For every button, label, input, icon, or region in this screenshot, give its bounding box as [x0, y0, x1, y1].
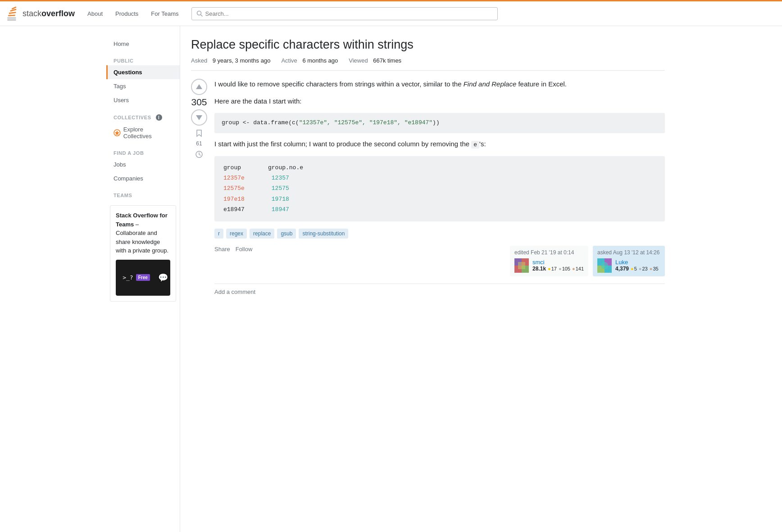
search-icon	[196, 10, 203, 17]
bookmark-button[interactable]	[195, 129, 203, 139]
question-meta: Asked 9 years, 3 months ago Active 6 mon…	[191, 57, 665, 71]
table-code-block: group group.no.e 12357e 12357 12575e 125…	[214, 156, 665, 221]
table-row-4: e18947 18947	[223, 204, 656, 215]
active-meta: Active 6 months ago	[281, 57, 338, 64]
nav-about[interactable]: About	[82, 7, 108, 21]
tags-row: r regex replace gsub string-substitution	[214, 229, 665, 239]
sidebar-label-collectives: COLLECTIVES i	[106, 107, 180, 122]
sidebar: Home PUBLIC Questions Tags Users COLLECT…	[106, 26, 180, 532]
editor-info: smci 28.1k 17 105 141	[532, 259, 584, 272]
tag-regex[interactable]: regex	[226, 229, 247, 239]
teams-promo-image: >_? Free 💬	[116, 260, 170, 296]
asker-rep: 4,379	[615, 266, 629, 272]
teams-promo-box: Stack Overflow for Teams – Collaborate a…	[110, 205, 176, 302]
asker-card-inner: Luke 4,379 5 23 35	[597, 258, 660, 273]
free-badge: Free	[136, 274, 150, 281]
tag-replace[interactable]: replace	[250, 229, 274, 239]
follow-link[interactable]: Follow	[236, 246, 253, 252]
asker-name[interactable]: Luke	[615, 259, 659, 266]
editor-name[interactable]: smci	[532, 259, 584, 266]
table-r3-c1: 197e18	[223, 194, 245, 204]
editor-badge-silver: 105	[559, 266, 570, 271]
vote-down-button[interactable]	[191, 109, 207, 126]
logo[interactable]: stackoverflow	[5, 5, 75, 22]
action-links: Share Follow	[214, 246, 252, 252]
sidebar-item-home[interactable]: Home	[106, 37, 180, 51]
editor-card-inner: smci 28.1k 17 105 141	[514, 258, 584, 273]
asker-info: Luke 4,379 5 23 35	[615, 259, 659, 272]
logo-text: stackoverflow	[23, 9, 75, 18]
history-button[interactable]	[195, 150, 203, 160]
collectives-info-icon: i	[156, 114, 162, 121]
vote-up-button[interactable]	[191, 79, 207, 95]
editor-badge-gold: 17	[548, 266, 557, 271]
asked-label: Asked	[191, 57, 207, 64]
active-label: Active	[281, 57, 297, 64]
table-row-3: 197e18 19718	[223, 194, 656, 204]
asked-meta: Asked 9 years, 3 months ago	[191, 57, 270, 64]
sidebar-item-questions[interactable]: Questions	[106, 65, 180, 79]
nav-products[interactable]: Products	[110, 7, 144, 21]
sidebar-label-teams: TEAMS	[106, 185, 180, 200]
sidebar-item-users[interactable]: Users	[106, 93, 180, 107]
add-comment[interactable]: Add a comment	[214, 284, 665, 295]
viewed-value: 667k times	[373, 57, 401, 64]
col1-header: group	[223, 162, 241, 173]
table-r2-c2: 12575	[272, 183, 289, 194]
asker-label: asked Aug 13 '12 at 14:26	[597, 249, 660, 256]
svg-rect-3	[9, 12, 16, 14]
terminal-box: >_? Free	[118, 271, 155, 284]
share-link[interactable]: Share	[214, 246, 230, 252]
question-body-p1: I would like to remove specific characte…	[214, 79, 665, 90]
code-line-start: group <- data.frame(c(	[222, 119, 299, 126]
sidebar-item-jobs[interactable]: Jobs	[106, 158, 180, 171]
asker-badge-silver: 23	[639, 266, 648, 271]
asker-card: asked Aug 13 '12 at 14:26	[593, 246, 665, 276]
asker-badge-bronze: 35	[650, 266, 659, 271]
sidebar-item-tags[interactable]: Tags	[106, 79, 180, 93]
svg-rect-1	[7, 19, 16, 21]
search-input[interactable]	[205, 10, 493, 17]
editor-card: edited Feb 21 '19 at 0:14	[510, 246, 588, 276]
svg-rect-0	[7, 17, 16, 18]
tag-r[interactable]: r	[214, 229, 223, 239]
code-strings: "12357e", "12575e", "197e18", "e18947"	[299, 119, 432, 126]
sidebar-item-companies[interactable]: Companies	[106, 171, 180, 185]
collectives-star-icon	[114, 129, 121, 136]
sidebar-label-public: PUBLIC	[106, 51, 180, 65]
editor-rep: 28.1k	[532, 266, 546, 272]
terminal-text: >_?	[123, 274, 133, 281]
sidebar-item-explore-collectives[interactable]: Explore Collectives	[106, 122, 180, 143]
svg-line-7	[200, 15, 202, 17]
sidebar-label-find-a-job: FIND A JOB	[106, 143, 180, 158]
viewed-meta: Viewed 667k times	[349, 57, 401, 64]
user-cards: edited Feb 21 '19 at 0:14	[510, 246, 665, 276]
asker-badge-gold: 5	[631, 266, 637, 271]
svg-rect-2	[8, 14, 15, 16]
asker-avatar	[597, 258, 612, 273]
main-nav: About Products For Teams	[82, 7, 184, 21]
tag-string-substitution[interactable]: string-substitution	[299, 229, 348, 239]
tag-gsub[interactable]: gsub	[277, 229, 296, 239]
nav-for-teams[interactable]: For Teams	[145, 7, 184, 21]
question-body-p3: I start with just the first column; I wa…	[214, 139, 665, 150]
asked-value: 9 years, 3 months ago	[213, 57, 271, 64]
table-r3-c2: 19718	[272, 194, 289, 204]
svg-rect-4	[10, 9, 16, 11]
chat-icon: 💬	[158, 273, 168, 283]
table-row-2: 12575e 12575	[223, 183, 656, 194]
editor-avatar	[514, 258, 529, 273]
col2-header: group.no.e	[268, 162, 303, 173]
svg-marker-9	[115, 131, 119, 135]
table-row-1: 12357e 12357	[223, 173, 656, 183]
inline-code-e: e	[471, 141, 479, 149]
editor-label: edited Feb 21 '19 at 0:14	[514, 249, 584, 256]
code-block-main: group <- data.frame(c("12357e", "12575e"…	[214, 113, 665, 133]
question-body-wrapper: 305 61	[191, 79, 665, 295]
table-r4-c2: 18947	[272, 204, 289, 215]
search-bar	[191, 7, 498, 20]
svg-rect-14	[518, 262, 525, 269]
vote-column: 305 61	[191, 79, 207, 295]
code-end: ))	[432, 119, 440, 126]
active-value: 6 months ago	[302, 57, 338, 64]
